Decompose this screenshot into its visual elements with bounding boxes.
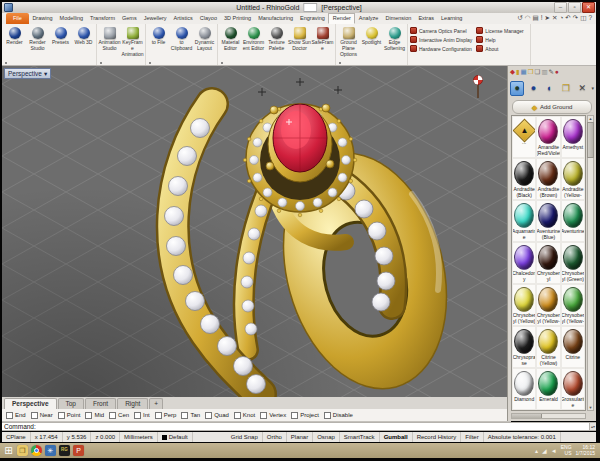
menu-tab-jewellery[interactable]: Jewellery — [140, 13, 170, 24]
gem-swatch-emerald[interactable]: Emerald — [536, 368, 560, 410]
osnap-disable[interactable]: Disable — [324, 412, 353, 419]
status-osnap[interactable]: Osnap — [313, 432, 340, 442]
gem-swatch-chrysoberyl-yellow-g[interactable]: Chrysoberyl (Yellow-G... — [561, 284, 585, 326]
cube-icon[interactable]: ▦ — [521, 69, 527, 76]
gems-library-button[interactable]: ● — [510, 81, 524, 96]
status-default[interactable]: Default — [158, 432, 193, 442]
viewport-tab-item[interactable]: + — [149, 398, 163, 409]
gem-swatch-aventurine[interactable]: Aventurine — [561, 200, 585, 242]
menu-tab-engraving[interactable]: Engraving — [297, 13, 329, 24]
checkbox-tan[interactable] — [181, 412, 188, 419]
checkbox-point[interactable] — [58, 412, 65, 419]
ribbon-button-presets[interactable]: Presets — [49, 25, 72, 65]
checkbox-cen[interactable] — [109, 412, 116, 419]
gem-swatch-andradite-yellow-b[interactable]: Andradite (Yellow-B... — [561, 158, 585, 200]
tray-network-icon[interactable]: ◢ — [542, 447, 547, 454]
status-planar[interactable]: Planar — [287, 432, 313, 442]
ribbon-item-license-manager[interactable]: License Manager — [476, 27, 523, 34]
ribbon-button-render-studio[interactable]: Render Studio — [26, 25, 49, 65]
menu-tab-drawing[interactable]: Drawing — [29, 13, 56, 24]
rhinogold-icon[interactable]: RG — [59, 445, 70, 456]
status-ortho[interactable]: Ortho — [263, 432, 287, 442]
palette-icon[interactable]: ▥ — [541, 69, 547, 76]
ribbon-button-edge-softening[interactable]: Edge Softening — [383, 25, 406, 65]
folder-icon[interactable]: ❐ — [528, 69, 534, 76]
gem-swatch-aventurine-blue[interactable]: Aventurine (Blue) — [536, 200, 560, 242]
maximize-button[interactable]: ▫ — [568, 2, 581, 13]
osnap-vertex[interactable]: Vertex — [260, 412, 286, 419]
checkbox-near[interactable] — [31, 412, 38, 419]
scroll-down-icon[interactable]: ▼ — [589, 405, 593, 410]
gem-swatch-chrysoberyl-green[interactable]: Chrysoberyl (Green) — [561, 242, 585, 284]
checkbox-vertex[interactable] — [260, 412, 267, 419]
status-gumball[interactable]: Gumball — [380, 432, 413, 442]
status-grid-snap[interactable]: Grid Snap — [227, 432, 263, 442]
osnap-mid[interactable]: Mid — [85, 412, 104, 419]
status-filter[interactable]: Filter — [461, 432, 483, 442]
status-cplane[interactable]: CPlane — [2, 432, 31, 442]
gem-swatch-up[interactable]: ▲... — [512, 116, 536, 158]
history-icon[interactable]: ◔ — [559, 15, 563, 22]
ribbon-button-web-3d[interactable]: Web 3D — [72, 25, 95, 65]
menu-tab-file[interactable]: File — [6, 13, 29, 24]
gem-swatch-grossularite[interactable]: Grossularite — [561, 368, 585, 410]
file-explorer-icon[interactable]: ❐ — [17, 445, 28, 456]
ribbon-button-show-sun-doctor[interactable]: Show Sun Doctor — [288, 25, 311, 65]
checkbox-perp[interactable] — [155, 412, 162, 419]
ribbon-button-ground-plane-options[interactable]: Ground Plane Options — [337, 25, 360, 65]
delete-icon[interactable]: ✕ — [552, 15, 557, 22]
menu-tab-3d-printing[interactable]: 3D Printing — [220, 13, 254, 24]
ribbon-button-animation-studio[interactable]: Animation Studio — [98, 25, 121, 65]
tray-volume-icon[interactable]: ◄ — [551, 448, 557, 454]
menu-tab-analyze[interactable]: Analyze — [355, 13, 382, 24]
copy-icon[interactable]: ❏ — [535, 69, 541, 76]
gem-red-icon[interactable]: ◆ — [510, 69, 515, 76]
osnap-end[interactable]: End — [6, 412, 26, 419]
command-line[interactable]: Command: ▴▾ — [2, 422, 596, 431]
redo-icon[interactable]: ↷ — [573, 15, 578, 22]
hscrollbar-thumb[interactable] — [512, 414, 542, 418]
osnap-point[interactable]: Point — [58, 412, 81, 419]
gem-swatch-citrine[interactable]: Citrine — [561, 326, 585, 368]
gem-swatch-aquamarine[interactable]: Aquamarine — [512, 200, 536, 242]
checkbox-int[interactable] — [134, 412, 141, 419]
viewport-tab-top[interactable]: Top — [58, 398, 84, 409]
viewport-tab-front[interactable]: Front — [85, 398, 116, 409]
checkbox-project[interactable] — [291, 412, 298, 419]
status-y-5-536[interactable]: y 5.536 — [63, 432, 92, 442]
clear-material-button[interactable]: ✕ — [575, 81, 589, 96]
close-button[interactable]: ✕ — [582, 2, 595, 13]
osnap-project[interactable]: Project — [291, 412, 319, 419]
pencil-icon[interactable]: ✎ — [549, 69, 554, 76]
gem-swatch-chrysoberyl-browni[interactable]: Chrysoberyl (Browni... — [536, 242, 560, 284]
ribbon-item-help[interactable]: Help — [476, 36, 523, 43]
gem-swatch-chalcedony[interactable]: Chalcedony — [512, 242, 536, 284]
menu-tab-render[interactable]: Render — [328, 13, 355, 24]
rhino-icon[interactable]: ✳ — [45, 445, 56, 456]
checkbox-mid[interactable] — [85, 412, 92, 419]
menu-tab-transform[interactable]: Transform — [87, 13, 119, 24]
gem-swatch-amethyst[interactable]: Amethyst — [561, 116, 585, 158]
curve-tool-icon[interactable]: ↺ — [517, 15, 522, 22]
menu-tab-clayoo[interactable]: Clayoo — [196, 13, 220, 24]
menu-tab-learning[interactable]: Learning — [438, 13, 466, 24]
ribbon-button-render[interactable]: Render — [3, 25, 26, 65]
minimize-button[interactable]: – — [554, 2, 567, 13]
checkbox-disable[interactable] — [324, 412, 331, 419]
panel-more-icon[interactable]: ▾ — [591, 85, 594, 91]
chrome-icon[interactable] — [31, 445, 42, 456]
clipboard-icon[interactable]: ▤ — [533, 15, 539, 22]
checkbox-quad[interactable] — [205, 412, 212, 419]
checkbox-end[interactable] — [6, 412, 13, 419]
osnap-int[interactable]: Int — [134, 412, 150, 419]
status-record-history[interactable]: Record History — [413, 432, 462, 442]
ribbon-item-camera-optics-panel[interactable]: Camera Optics Panel — [410, 27, 472, 34]
ribbon-button-dynamic-layout[interactable]: Dynamic Layout — [193, 25, 216, 65]
panel-vertical-scrollbar[interactable]: ▲ ▼ — [587, 115, 594, 411]
help-icon[interactable]: ? — [588, 15, 592, 22]
ribbon-button-to-clipboard[interactable]: to Clipboard — [170, 25, 193, 65]
ribbon-button-safeframe[interactable]: SafeFrame — [311, 25, 334, 65]
ribbon-button-spotlight[interactable]: Spotlight — [360, 25, 383, 65]
osnap-knot[interactable]: Knot — [234, 412, 255, 419]
add-ground-button[interactable]: ◆ Add Ground — [512, 100, 592, 114]
